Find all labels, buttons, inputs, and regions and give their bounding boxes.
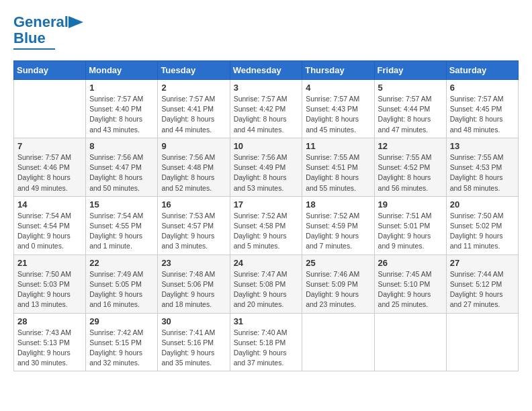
- calendar-day-cell: 11Sunrise: 7:55 AMSunset: 4:51 PMDayligh…: [302, 138, 374, 196]
- calendar-day-cell: 10Sunrise: 7:56 AMSunset: 4:49 PMDayligh…: [230, 138, 302, 196]
- calendar-day-cell: 7Sunrise: 7:57 AMSunset: 4:46 PMDaylight…: [14, 138, 86, 196]
- day-number: 27: [450, 258, 515, 268]
- day-info: Sunrise: 7:54 AMSunset: 4:55 PMDaylight:…: [89, 211, 154, 252]
- calendar-day-cell: 6Sunrise: 7:57 AMSunset: 4:45 PMDaylight…: [446, 80, 518, 138]
- day-info: Sunrise: 7:52 AMSunset: 4:58 PMDaylight:…: [234, 211, 299, 252]
- calendar-header-tuesday: Tuesday: [158, 61, 230, 80]
- day-info: Sunrise: 7:57 AMSunset: 4:44 PMDaylight:…: [378, 94, 443, 135]
- calendar-day-cell: 19Sunrise: 7:51 AMSunset: 5:01 PMDayligh…: [374, 196, 446, 255]
- calendar-header-sunday: Sunday: [14, 61, 86, 80]
- calendar-day-cell: 14Sunrise: 7:54 AMSunset: 4:54 PMDayligh…: [14, 196, 86, 255]
- day-number: 10: [234, 141, 299, 151]
- calendar-day-cell: [446, 313, 518, 371]
- calendar-day-cell: 27Sunrise: 7:44 AMSunset: 5:12 PMDayligh…: [446, 255, 518, 313]
- calendar-day-cell: 31Sunrise: 7:40 AMSunset: 5:18 PMDayligh…: [230, 313, 302, 371]
- calendar-header-saturday: Saturday: [446, 61, 518, 80]
- calendar-header-friday: Friday: [374, 61, 446, 80]
- day-info: Sunrise: 7:42 AMSunset: 5:15 PMDaylight:…: [89, 328, 154, 369]
- day-info: Sunrise: 7:51 AMSunset: 5:01 PMDaylight:…: [378, 211, 443, 252]
- day-number: 26: [378, 258, 443, 268]
- day-number: 7: [17, 141, 82, 151]
- calendar-header-row: SundayMondayTuesdayWednesdayThursdayFrid…: [14, 61, 519, 80]
- day-number: 8: [89, 141, 154, 151]
- day-number: 17: [234, 199, 299, 210]
- calendar-table: SundayMondayTuesdayWednesdayThursdayFrid…: [13, 60, 519, 371]
- day-info: Sunrise: 7:41 AMSunset: 5:16 PMDaylight:…: [161, 328, 226, 369]
- day-info: Sunrise: 7:53 AMSunset: 4:57 PMDaylight:…: [161, 211, 226, 252]
- day-info: Sunrise: 7:50 AMSunset: 5:03 PMDaylight:…: [17, 269, 82, 310]
- day-number: 1: [89, 83, 154, 93]
- day-number: 31: [234, 316, 299, 326]
- day-info: Sunrise: 7:49 AMSunset: 5:05 PMDaylight:…: [89, 269, 154, 310]
- day-info: Sunrise: 7:57 AMSunset: 4:40 PMDaylight:…: [89, 94, 154, 135]
- logo: General Blue: [13, 13, 83, 50]
- day-number: 20: [450, 199, 515, 210]
- logo-blue-text: Blue: [13, 30, 46, 47]
- day-number: 18: [306, 199, 370, 210]
- logo-underline: [13, 48, 55, 50]
- day-info: Sunrise: 7:44 AMSunset: 5:12 PMDaylight:…: [450, 269, 515, 310]
- calendar-day-cell: 15Sunrise: 7:54 AMSunset: 4:55 PMDayligh…: [86, 196, 158, 255]
- calendar-day-cell: 13Sunrise: 7:55 AMSunset: 4:53 PMDayligh…: [446, 138, 518, 196]
- calendar-day-cell: 26Sunrise: 7:45 AMSunset: 5:10 PMDayligh…: [374, 255, 446, 313]
- day-info: Sunrise: 7:46 AMSunset: 5:09 PMDaylight:…: [306, 269, 370, 310]
- day-number: 11: [306, 141, 370, 151]
- calendar-day-cell: 24Sunrise: 7:47 AMSunset: 5:08 PMDayligh…: [230, 255, 302, 313]
- day-info: Sunrise: 7:56 AMSunset: 4:47 PMDaylight:…: [89, 152, 154, 193]
- day-number: 23: [161, 258, 226, 268]
- day-number: 29: [89, 316, 154, 326]
- day-info: Sunrise: 7:47 AMSunset: 5:08 PMDaylight:…: [234, 269, 299, 310]
- calendar-week-row: 14Sunrise: 7:54 AMSunset: 4:54 PMDayligh…: [14, 196, 519, 255]
- calendar-day-cell: 4Sunrise: 7:57 AMSunset: 4:43 PMDaylight…: [302, 80, 374, 138]
- calendar-day-cell: [374, 313, 446, 371]
- day-info: Sunrise: 7:55 AMSunset: 4:52 PMDaylight:…: [378, 152, 443, 193]
- day-info: Sunrise: 7:43 AMSunset: 5:13 PMDaylight:…: [17, 328, 82, 369]
- day-info: Sunrise: 7:45 AMSunset: 5:10 PMDaylight:…: [378, 269, 443, 310]
- day-number: 21: [17, 258, 82, 268]
- day-number: 24: [234, 258, 299, 268]
- day-info: Sunrise: 7:48 AMSunset: 5:06 PMDaylight:…: [161, 269, 226, 310]
- logo-arrow-icon: [69, 16, 83, 28]
- calendar-week-row: 1Sunrise: 7:57 AMSunset: 4:40 PMDaylight…: [14, 80, 519, 138]
- calendar-day-cell: 3Sunrise: 7:57 AMSunset: 4:42 PMDaylight…: [230, 80, 302, 138]
- day-info: Sunrise: 7:55 AMSunset: 4:53 PMDaylight:…: [450, 152, 515, 193]
- day-info: Sunrise: 7:56 AMSunset: 4:48 PMDaylight:…: [161, 152, 226, 193]
- day-number: 12: [378, 141, 443, 151]
- calendar-week-row: 28Sunrise: 7:43 AMSunset: 5:13 PMDayligh…: [14, 313, 519, 371]
- calendar-day-cell: 16Sunrise: 7:53 AMSunset: 4:57 PMDayligh…: [158, 196, 230, 255]
- calendar-day-cell: 30Sunrise: 7:41 AMSunset: 5:16 PMDayligh…: [158, 313, 230, 371]
- day-info: Sunrise: 7:55 AMSunset: 4:51 PMDaylight:…: [306, 152, 370, 193]
- day-number: 16: [161, 199, 226, 210]
- calendar-day-cell: 18Sunrise: 7:52 AMSunset: 4:59 PMDayligh…: [302, 196, 374, 255]
- calendar-day-cell: 29Sunrise: 7:42 AMSunset: 5:15 PMDayligh…: [86, 313, 158, 371]
- calendar-day-cell: 1Sunrise: 7:57 AMSunset: 4:40 PMDaylight…: [86, 80, 158, 138]
- day-number: 9: [161, 141, 226, 151]
- day-number: 28: [17, 316, 82, 326]
- calendar-day-cell: 28Sunrise: 7:43 AMSunset: 5:13 PMDayligh…: [14, 313, 86, 371]
- day-info: Sunrise: 7:57 AMSunset: 4:45 PMDaylight:…: [450, 94, 515, 135]
- day-info: Sunrise: 7:52 AMSunset: 4:59 PMDaylight:…: [306, 211, 370, 252]
- day-number: 2: [161, 83, 226, 93]
- calendar-header-monday: Monday: [86, 61, 158, 80]
- calendar-week-row: 7Sunrise: 7:57 AMSunset: 4:46 PMDaylight…: [14, 138, 519, 196]
- day-number: 6: [450, 83, 515, 93]
- calendar-day-cell: [14, 80, 86, 138]
- day-info: Sunrise: 7:50 AMSunset: 5:02 PMDaylight:…: [450, 211, 515, 252]
- day-number: 14: [17, 199, 82, 210]
- calendar-day-cell: 20Sunrise: 7:50 AMSunset: 5:02 PMDayligh…: [446, 196, 518, 255]
- page-header: General Blue: [13, 13, 519, 50]
- calendar-day-cell: 5Sunrise: 7:57 AMSunset: 4:44 PMDaylight…: [374, 80, 446, 138]
- calendar-day-cell: 23Sunrise: 7:48 AMSunset: 5:06 PMDayligh…: [158, 255, 230, 313]
- day-info: Sunrise: 7:56 AMSunset: 4:49 PMDaylight:…: [234, 152, 299, 193]
- day-info: Sunrise: 7:57 AMSunset: 4:43 PMDaylight:…: [306, 94, 370, 135]
- calendar-header-wednesday: Wednesday: [230, 61, 302, 80]
- day-info: Sunrise: 7:57 AMSunset: 4:41 PMDaylight:…: [161, 94, 226, 135]
- calendar-header-thursday: Thursday: [302, 61, 374, 80]
- day-number: 30: [161, 316, 226, 326]
- calendar-day-cell: 2Sunrise: 7:57 AMSunset: 4:41 PMDaylight…: [158, 80, 230, 138]
- day-number: 22: [89, 258, 154, 268]
- day-number: 15: [89, 199, 154, 210]
- day-info: Sunrise: 7:54 AMSunset: 4:54 PMDaylight:…: [17, 211, 82, 252]
- calendar-day-cell: 22Sunrise: 7:49 AMSunset: 5:05 PMDayligh…: [86, 255, 158, 313]
- day-info: Sunrise: 7:57 AMSunset: 4:46 PMDaylight:…: [17, 152, 82, 193]
